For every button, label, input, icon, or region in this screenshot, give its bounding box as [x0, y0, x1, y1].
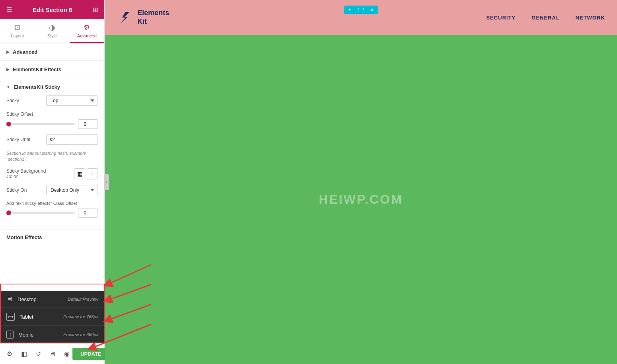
logo-line-1: Elements: [137, 9, 169, 18]
floating-toolbar: + ⋮⋮ ✕: [344, 6, 378, 14]
tab-advanced-label: Advanced: [77, 33, 97, 38]
sticky-on-select[interactable]: Desktop Only Tablet Mobile All: [46, 185, 98, 195]
sticky-control: None Top Bottom: [46, 95, 98, 106]
desktop-icon: 🖥: [6, 296, 13, 303]
class-offset-slider[interactable]: [6, 212, 75, 214]
preview-dropdown: 🖥 Desktop Default Preview ▭ Tablet Previ…: [0, 291, 105, 343]
svg-marker-0: [120, 12, 129, 24]
motion-effects-section: Motion Effects: [0, 230, 104, 244]
section-ek-sticky-header[interactable]: ▼ ElementsKit Sticky: [0, 78, 104, 95]
section-ek-sticky: ▼ ElementsKit Sticky Sticky None Top Bot…: [0, 78, 104, 230]
settings-icon[interactable]: ⚙: [4, 348, 15, 360]
sticky-offset-label: Sticky Offset: [6, 111, 98, 117]
floating-drag-button[interactable]: ⋮⋮: [355, 6, 367, 14]
sticky-until-input[interactable]: [46, 134, 98, 145]
sidebar-title: Edit Section 8: [33, 6, 72, 13]
sticky-until-control: [46, 134, 98, 145]
nav-general[interactable]: GENERAL: [531, 15, 560, 21]
tab-layout[interactable]: ⊡ Layout: [0, 19, 35, 43]
preview-mobile-sub: Preview for 360px: [63, 332, 98, 337]
logo-icon-wrap: [117, 9, 134, 26]
section-advanced-label: Advanced: [13, 49, 37, 55]
motion-effects-label: Motion Effects: [6, 234, 42, 240]
sticky-on-control: Desktop Only Tablet Mobile All: [46, 185, 98, 195]
main-content: + ⋮⋮ ✕ Elements Kit SECURITY GENERAL NET: [105, 0, 617, 364]
sticky-body: Sticky None Top Bottom Sticky Offset: [0, 95, 104, 230]
layers-icon[interactable]: ◧: [18, 348, 29, 360]
section-advanced: ▶ Advanced: [0, 43, 104, 61]
tab-layout-label: Layout: [11, 33, 24, 38]
preview-tablet-label: Tablet: [20, 314, 33, 320]
floating-close-button[interactable]: ✕: [367, 6, 378, 14]
nav-links: SECURITY GENERAL NETWORK: [486, 15, 605, 21]
preview-desktop-label: Desktop: [18, 296, 37, 302]
sidebar-bottom: ⚙ ◧ ↺ 🖥 ◉ UPDATE ▼: [0, 343, 104, 364]
sidebar-tabs: ⊡ Layout ◑ Style ⚙ Advanced: [0, 19, 104, 43]
mobile-icon: ▯: [6, 331, 14, 339]
sticky-offset-number[interactable]: [78, 119, 98, 129]
section-ek-sticky-label: ElementsKit Sticky: [14, 84, 60, 90]
nav-security[interactable]: SECURITY: [486, 15, 516, 21]
section-ek-effects-label: ElementsKit Effects: [13, 66, 61, 72]
color-list-btn[interactable]: ≡: [87, 168, 98, 179]
class-offset-number[interactable]: [78, 208, 98, 218]
sticky-bg-color-row: Sticky Background Color ▦ ≡: [6, 168, 98, 179]
nav-network[interactable]: NETWORK: [576, 15, 605, 21]
collapse-handle[interactable]: ‹: [104, 174, 109, 190]
sticky-offset-row: Sticky Offset: [6, 111, 98, 129]
section-advanced-header[interactable]: ▶ Advanced: [0, 43, 104, 60]
logo-area: Elements Kit: [117, 9, 169, 26]
sticky-on-row: Sticky On Desktop Only Tablet Mobile All: [6, 185, 98, 195]
green-area: HEIWP.COM: [105, 35, 617, 364]
preview-desktop-sub: Default Preview: [68, 297, 98, 302]
menu-icon[interactable]: ☰: [6, 6, 12, 14]
sticky-field-row: Sticky None Top Bottom: [6, 95, 98, 106]
color-controls: ▦ ≡: [74, 168, 98, 179]
sticky-on-label: Sticky On: [6, 187, 46, 193]
watermark: HEIWP.COM: [319, 192, 403, 207]
logo-svg: [117, 9, 134, 26]
tab-style-label: Style: [47, 33, 57, 38]
sticky-bg-label: Sticky Background Color: [6, 168, 52, 179]
sticky-hint: Section id without starting hash, exampl…: [6, 150, 98, 163]
floating-add-button[interactable]: +: [344, 6, 355, 14]
section-ek-effects-header[interactable]: ▶ ElementsKit Effects: [0, 61, 104, 78]
color-swatch-btn[interactable]: ▦: [74, 168, 85, 179]
update-button[interactable]: UPDATE: [72, 348, 109, 360]
style-icon: ◑: [49, 23, 55, 32]
sticky-label: Sticky: [6, 98, 46, 103]
responsive-icon[interactable]: 🖥: [47, 348, 58, 360]
preview-tablet-sub: Preview for 768px: [63, 314, 98, 319]
advanced-icon: ⚙: [84, 23, 90, 32]
logo-line-2: Kit: [137, 18, 169, 26]
tablet-icon: ▭: [6, 313, 15, 321]
preview-desktop[interactable]: 🖥 Desktop Default Preview: [0, 291, 105, 308]
layout-icon: ⊡: [14, 23, 20, 32]
class-offset-label: Add "ekit-sticky-effects" Class Offset: [6, 201, 98, 206]
sidebar: ☰ Edit Section 8 ⊞ ⊡ Layout ◑ Style ⚙ Ad…: [0, 0, 105, 364]
arrow-icon-3: ▼: [6, 85, 10, 89]
preview-mobile-label: Mobile: [18, 332, 33, 338]
sticky-offset-slider[interactable]: [6, 123, 75, 125]
bottom-icons: ⚙ ◧ ↺ 🖥 ◉: [4, 348, 72, 360]
top-nav: + ⋮⋮ ✕ Elements Kit SECURITY GENERAL NET: [105, 0, 617, 35]
sticky-offset-slider-row: [6, 119, 98, 129]
grid-icon[interactable]: ⊞: [93, 6, 98, 14]
sticky-until-label: Sticky Until: [6, 137, 46, 142]
preview-mobile[interactable]: ▯ Mobile Preview for 360px: [0, 326, 105, 343]
class-offset-row: Add "ekit-sticky-effects" Class Offset: [6, 201, 98, 218]
mode-icon[interactable]: ◉: [61, 348, 72, 360]
section-ek-effects: ▶ ElementsKit Effects: [0, 61, 104, 78]
arrow-icon-2: ▶: [6, 67, 10, 72]
tab-advanced[interactable]: ⚙ Advanced: [70, 19, 104, 43]
preview-tablet[interactable]: ▭ Tablet Preview for 768px: [0, 308, 105, 326]
sticky-select[interactable]: None Top Bottom: [46, 95, 98, 106]
arrow-icon: ▶: [6, 50, 10, 54]
class-offset-slider-row: [6, 208, 98, 218]
history-icon[interactable]: ↺: [33, 348, 44, 360]
tab-style[interactable]: ◑ Style: [35, 19, 69, 43]
logo-text: Elements Kit: [137, 9, 169, 26]
sticky-bg-controls: ▦ ≡: [52, 168, 98, 179]
sidebar-header: ☰ Edit Section 8 ⊞: [0, 0, 104, 19]
sticky-until-row: Sticky Until: [6, 134, 98, 145]
